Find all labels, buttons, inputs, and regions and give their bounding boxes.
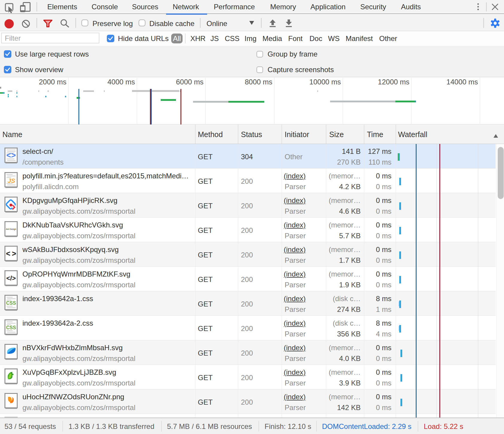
svg-text:<>: <>	[6, 151, 16, 160]
svg-text:JS: JS	[7, 177, 15, 184]
svg-text:CSS: CSS	[6, 325, 16, 330]
svg-text:Ant Design: Ant Design	[6, 228, 16, 230]
svg-text:< >: < >	[6, 249, 16, 258]
svg-text:</>: </>	[6, 274, 16, 282]
svg-text:CSS: CSS	[6, 301, 16, 306]
